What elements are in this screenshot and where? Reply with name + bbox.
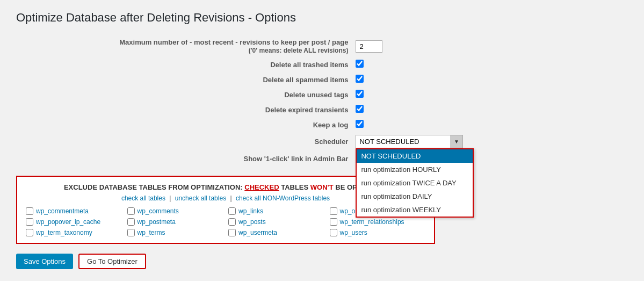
dropdown-option-daily[interactable]: run optimization DAILY: [357, 190, 473, 203]
keep-log-label: Keep a log: [16, 117, 352, 132]
table-item: wp_popover_ip_cache: [26, 218, 122, 226]
table-checkbox-wp_users[interactable]: [330, 229, 337, 236]
table-item: wp_links: [228, 207, 324, 215]
table-link-wp_comments[interactable]: wp_comments: [138, 207, 179, 215]
delete-unused-tags-label: Delete unused tags: [16, 87, 352, 102]
dropdown-option-weekly[interactable]: run optimization WEEKLY: [357, 203, 473, 217]
table-item: wp_postmeta: [127, 218, 223, 226]
save-button[interactable]: Save Options: [16, 254, 73, 269]
table-link-wp_posts[interactable]: wp_posts: [238, 218, 266, 226]
max-revisions-input[interactable]: [356, 40, 382, 53]
table-checkbox-wp_posts[interactable]: [228, 218, 236, 226]
table-link-wp_postmeta[interactable]: wp_postmeta: [138, 218, 176, 226]
scheduler-container: NOT SCHEDULED run optimization HOURLY ru…: [356, 135, 463, 148]
table-checkbox-wp_comments[interactable]: [127, 207, 135, 215]
delete-unused-tags-checkbox[interactable]: [356, 90, 364, 98]
table-checkbox-wp_popover_ip_cache[interactable]: [26, 218, 33, 226]
buttons-row: Save Options Go To Optimizer: [16, 254, 628, 269]
dropdown-option-hourly[interactable]: run optimization HOURLY: [357, 163, 473, 176]
table-link-wp_term_taxonomy[interactable]: wp_term_taxonomy: [36, 229, 92, 236]
table-checkbox-wp_commentmeta[interactable]: [26, 207, 33, 215]
table-checkbox-wp_postmeta[interactable]: [127, 218, 135, 226]
dropdown-option-not-scheduled[interactable]: NOT SCHEDULED: [357, 149, 473, 163]
table-link-wp_popover_ip_cache[interactable]: wp_popover_ip_cache: [36, 218, 100, 226]
table-link-wp_links[interactable]: wp_links: [238, 207, 263, 215]
table-checkbox-wp_terms[interactable]: [127, 229, 135, 236]
table-checkbox-wp_links[interactable]: [228, 207, 236, 215]
scheduler-label: Scheduler: [16, 132, 352, 151]
delete-trashed-checkbox[interactable]: [356, 60, 364, 68]
table-item: wp_users: [330, 229, 426, 236]
table-item: wp_term_taxonomy: [26, 229, 122, 236]
check-all-tables-link[interactable]: check all tables: [121, 194, 165, 202]
table-link-wp_usermeta[interactable]: wp_usermeta: [238, 229, 277, 236]
table-item: wp_comments: [127, 207, 223, 215]
admin-bar-label: Show '1-click' link in Admin Bar: [16, 151, 352, 166]
scheduler-dropdown: NOT SCHEDULED run optimization HOURLY ru…: [356, 148, 474, 218]
table-checkbox-wp_term_relationships[interactable]: [330, 218, 337, 226]
scheduler-select-wrapper[interactable]: NOT SCHEDULED run optimization HOURLY ru…: [356, 135, 463, 148]
delete-expired-transients-checkbox[interactable]: [356, 105, 364, 113]
table-item: wp_posts: [228, 218, 324, 226]
table-link-wp_users[interactable]: wp_users: [340, 229, 367, 236]
table-checkbox-wp_usermeta[interactable]: [228, 229, 236, 236]
max-revisions-label: Maximum number of - most recent - revisi…: [16, 35, 352, 57]
table-link-wp_terms[interactable]: wp_terms: [138, 229, 165, 236]
table-item: wp_commentmeta: [26, 207, 122, 215]
dropdown-option-twice-day[interactable]: run optimization TWICE A DAY: [357, 176, 473, 190]
table-checkbox-wp_options[interactable]: [330, 207, 337, 215]
table-item: wp_terms: [127, 229, 223, 236]
keep-log-checkbox[interactable]: [356, 120, 364, 128]
goto-optimizer-button[interactable]: Go To Optimizer: [78, 254, 146, 269]
table-item: wp_usermeta: [228, 229, 324, 236]
table-link-wp_commentmeta[interactable]: wp_commentmeta: [36, 207, 89, 215]
check-non-wp-tables-link[interactable]: check all NON-WordPress tables: [236, 194, 330, 202]
table-link-wp_term_relationships[interactable]: wp_term_relationships: [340, 218, 404, 226]
delete-spammed-label: Delete all spammed items: [16, 72, 352, 87]
delete-spammed-checkbox[interactable]: [356, 75, 364, 83]
uncheck-all-tables-link[interactable]: uncheck all tables: [175, 194, 226, 202]
table-checkbox-wp_term_taxonomy[interactable]: [26, 229, 33, 236]
page-title: Optimize Database after Deleting Revisio…: [16, 11, 628, 25]
delete-expired-transients-label: Delete expired transients: [16, 102, 352, 117]
scheduler-select[interactable]: NOT SCHEDULED run optimization HOURLY ru…: [356, 135, 463, 148]
table-item: wp_term_relationships: [330, 218, 426, 226]
delete-trashed-label: Delete all trashed items: [16, 57, 352, 72]
